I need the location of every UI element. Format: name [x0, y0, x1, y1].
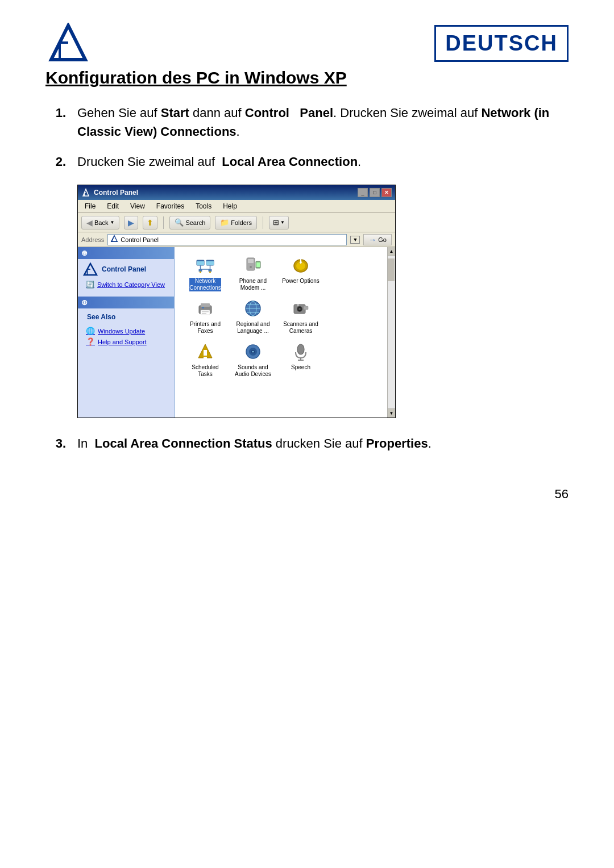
- back-dropdown-icon: ▼: [110, 220, 114, 225]
- help-support-icon: ❓: [86, 337, 95, 346]
- cp-section-control-panel: ⊛ Control Panel 🔄 Switch to Category Vie…: [78, 247, 174, 290]
- menubar: File Edit View Favorites Tools Help: [78, 200, 395, 213]
- go-arrow-icon: →: [368, 235, 376, 244]
- dropdown-arrow-icon: ▼: [350, 236, 360, 244]
- svg-rect-48: [297, 304, 299, 306]
- scroll-thumb[interactable]: [388, 258, 395, 281]
- see-also-collapse-icon[interactable]: ⊛: [81, 298, 88, 307]
- cp-left-panel: ⊛ Control Panel 🔄 Switch to Category Vie…: [78, 247, 175, 418]
- toolbar-separator-2: [263, 216, 263, 229]
- scheduled-tasks-label: ScheduledTasks: [192, 364, 218, 378]
- icons-grid: NetworkConnections Phone andModem ...: [180, 253, 389, 380]
- logo-icon: [45, 23, 91, 62]
- close-button[interactable]: ✕: [381, 188, 392, 197]
- go-button[interactable]: → Go: [363, 234, 392, 245]
- icon-power-options[interactable]: Power Options: [278, 255, 323, 291]
- cp-main-area: ⊛ Control Panel 🔄 Switch to Category Vie…: [78, 247, 395, 418]
- svg-rect-33: [201, 303, 210, 307]
- network-connections-icon: [195, 255, 215, 276]
- search-label: Search: [185, 219, 205, 226]
- address-value: Control Panel: [121, 236, 159, 243]
- icon-sounds-audio[interactable]: Sounds andAudio Devices: [230, 341, 276, 378]
- forward-button[interactable]: ▶: [124, 216, 138, 229]
- address-icon: [110, 235, 118, 244]
- see-also-header: ⊛: [78, 297, 174, 308]
- sounds-audio-icon: [243, 341, 263, 362]
- scheduled-tasks-icon: [195, 341, 215, 362]
- up-button[interactable]: ⬆: [143, 216, 157, 229]
- minimize-button[interactable]: _: [358, 188, 368, 197]
- svg-point-56: [297, 344, 304, 354]
- scroll-down-button[interactable]: ▼: [388, 408, 395, 418]
- icon-printers-faxes[interactable]: Printers andFaxes: [182, 298, 228, 335]
- view-button[interactable]: ⊞ ▼: [269, 216, 289, 229]
- toolbar: ◀ Back ▼ ▶ ⬆ 🔍 Search 📁 Folders ⊞ ▼: [78, 213, 395, 232]
- svg-point-25: [250, 266, 252, 268]
- step-text-3: In Local Area Connection Status drucken …: [77, 434, 569, 453]
- help-support-link[interactable]: ❓ Help and Support: [78, 336, 174, 347]
- printers-faxes-icon: [195, 298, 215, 319]
- power-options-label: Power Options: [282, 278, 320, 285]
- search-icon: 🔍: [175, 218, 184, 227]
- svg-rect-13: [197, 261, 204, 265]
- network-connections-label: NetworkConnections: [189, 278, 221, 291]
- maximize-button[interactable]: □: [370, 188, 380, 197]
- cp-section-header: ⊛: [78, 247, 174, 259]
- menu-edit[interactable]: Edit: [105, 201, 121, 211]
- titlebar: Control Panel _ □ ✕: [78, 185, 395, 200]
- scanners-cameras-label: Scanners andCameras: [283, 321, 318, 335]
- back-label: Back: [94, 219, 108, 226]
- menu-view[interactable]: View: [128, 201, 147, 211]
- search-button[interactable]: 🔍 Search: [169, 216, 210, 229]
- windows-update-link[interactable]: 🌐 Windows Update: [78, 326, 174, 336]
- svg-rect-50: [204, 350, 207, 356]
- svg-rect-47: [304, 306, 308, 310]
- address-dropdown[interactable]: ▼: [350, 236, 360, 244]
- scrollbar[interactable]: ▲ ▼: [387, 247, 395, 418]
- step-number-1: 1.: [45, 103, 66, 122]
- header-area: DEUTSCH: [45, 23, 569, 62]
- sounds-audio-label: Sounds andAudio Devices: [235, 364, 271, 378]
- speech-icon: [291, 341, 311, 362]
- svg-rect-24: [248, 259, 254, 263]
- address-label: Address: [81, 236, 104, 243]
- folders-button[interactable]: 📁 Folders: [215, 216, 257, 229]
- power-options-icon: [291, 255, 311, 276]
- help-support-label: Help and Support: [98, 339, 147, 345]
- icon-phone-modem[interactable]: Phone andModem ...: [230, 255, 276, 291]
- svg-rect-19: [199, 269, 202, 272]
- address-input[interactable]: Control Panel: [107, 234, 347, 245]
- menu-help[interactable]: Help: [221, 201, 239, 211]
- up-icon: ⬆: [147, 218, 154, 227]
- menu-file[interactable]: File: [82, 201, 98, 211]
- scanners-cameras-icon: [291, 298, 311, 319]
- scroll-up-button[interactable]: ▲: [388, 247, 395, 256]
- icon-scanners-cameras[interactable]: Scanners andCameras: [278, 298, 323, 335]
- step-number-2: 2.: [45, 152, 66, 171]
- icon-scheduled-tasks[interactable]: ScheduledTasks: [182, 341, 228, 378]
- speech-label: Speech: [291, 364, 310, 371]
- titlebar-buttons[interactable]: _ □ ✕: [358, 188, 392, 197]
- step-text-1: Gehen Sie auf Start dann auf Control Pan…: [77, 103, 569, 141]
- menu-tools[interactable]: Tools: [193, 201, 214, 211]
- svg-rect-15: [206, 261, 214, 265]
- icon-regional-language[interactable]: Regional andLanguage ...: [230, 298, 276, 335]
- printers-faxes-label: Printers andFaxes: [190, 321, 221, 335]
- back-button[interactable]: ◀ Back ▼: [81, 216, 119, 229]
- instruction-1: 1. Gehen Sie auf Start dann auf Control …: [45, 103, 569, 141]
- view-dropdown-icon: ▼: [280, 220, 285, 225]
- switch-icon: 🔄: [86, 281, 94, 289]
- svg-point-22: [209, 272, 211, 273]
- toolbar-separator-1: [163, 216, 164, 229]
- forward-arrow-icon: ▶: [128, 218, 134, 227]
- svg-rect-51: [204, 357, 207, 358]
- regional-language-label: Regional andLanguage ...: [237, 321, 270, 335]
- cp-right-panel: NetworkConnections Phone andModem ...: [175, 247, 395, 418]
- cp-section-collapse-icon[interactable]: ⊛: [81, 249, 88, 257]
- svg-point-21: [200, 272, 201, 273]
- switch-category-link[interactable]: 🔄 Switch to Category View: [78, 279, 174, 290]
- icon-speech[interactable]: Speech: [278, 341, 323, 378]
- icon-network-connections[interactable]: NetworkConnections: [182, 255, 228, 291]
- go-label: Go: [378, 236, 387, 243]
- menu-favorites[interactable]: Favorites: [154, 201, 186, 211]
